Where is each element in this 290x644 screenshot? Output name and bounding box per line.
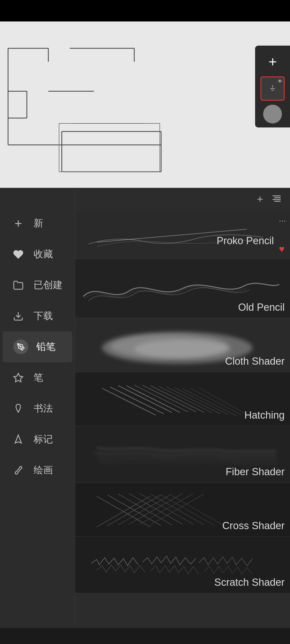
sidebar-label-marker: 标记	[34, 433, 53, 446]
brush-name-proko: Proko Pencil	[217, 235, 274, 247]
brush-list: + ··· ♥ Proko Pencil	[75, 188, 290, 644]
add-layer-button[interactable]	[260, 50, 285, 74]
sidebar-item-marker[interactable]: 标记	[0, 424, 75, 455]
calligraphy-icon	[11, 401, 26, 416]
brush-sidebar: 新 收藏 已创建	[0, 188, 75, 644]
sort-brush-button[interactable]	[271, 193, 282, 206]
brush-thumb-old-pencil: Old Pencil	[75, 259, 290, 318]
brush-item-cloth-shader[interactable]: Cloth Shader	[75, 318, 290, 372]
brush-list-header: +	[75, 188, 290, 212]
svg-line-40	[102, 388, 156, 415]
brush-panel: 新 收藏 已创建	[0, 188, 290, 644]
brush-item-fiber-shader[interactable]: Fiber Shader	[75, 426, 290, 483]
folder-icon	[11, 278, 26, 292]
brush-item-cross-shader[interactable]: Cross Shader	[75, 483, 290, 537]
svg-marker-31	[14, 373, 23, 382]
pen-icon	[11, 370, 26, 385]
layer-thumbnail-selected[interactable]: 👁	[260, 76, 285, 101]
brush-item-old-pencil[interactable]: Old Pencil	[75, 259, 290, 318]
more-options-icon[interactable]: ···	[279, 216, 286, 226]
sidebar-label-download: 下载	[34, 309, 53, 323]
download-icon	[11, 309, 26, 323]
painting-icon	[11, 463, 26, 478]
sidebar-item-favorites[interactable]: 收藏	[0, 239, 75, 270]
svg-line-44	[134, 385, 188, 412]
svg-point-30	[20, 346, 21, 347]
brush-name-hatching: Hatching	[244, 409, 285, 421]
brush-item-proko-pencil[interactable]: ··· ♥ Proko Pencil	[75, 212, 290, 259]
canvas-area[interactable]	[0, 21, 290, 188]
sidebar-item-created[interactable]: 已创建	[0, 270, 75, 301]
brush-thumb-scratch: Scratch Shader	[75, 537, 290, 593]
add-brush-button[interactable]: +	[257, 193, 263, 206]
brush-thumb-proko: ··· ♥ Proko Pencil	[75, 212, 290, 259]
brush-thumb-cross: Cross Shader	[75, 483, 290, 536]
sidebar-label-favorites: 收藏	[34, 248, 53, 261]
brush-item-scratch-shader[interactable]: Scratch Shader	[75, 537, 290, 593]
brush-item-hatching[interactable]: Hatching	[75, 372, 290, 426]
color-picker[interactable]	[263, 105, 282, 123]
sidebar-item-pen[interactable]: 笔	[0, 362, 75, 393]
marker-icon	[11, 432, 26, 447]
new-icon	[11, 216, 26, 231]
sidebar-label-painting: 绘画	[34, 464, 53, 477]
sidebar-label-new: 新	[34, 217, 43, 230]
brush-name-fiber: Fiber Shader	[226, 466, 285, 478]
sidebar-item-painting[interactable]: 绘画	[0, 455, 75, 486]
brush-name-cross: Cross Shader	[222, 520, 285, 532]
pencil-circle-icon	[13, 339, 28, 354]
bottom-bar	[0, 628, 290, 644]
sidebar-label-created: 已创建	[34, 279, 63, 292]
svg-rect-20	[59, 123, 160, 172]
status-bar	[0, 0, 290, 21]
brush-thumb-fiber: Fiber Shader	[75, 426, 290, 482]
brush-thumb-cloth: Cloth Shader	[75, 318, 290, 372]
sidebar-item-new[interactable]: 新	[0, 208, 75, 239]
brush-name-old-pencil: Old Pencil	[238, 302, 285, 313]
brush-name-scratch: Scratch Shader	[214, 577, 285, 588]
heart-icon	[11, 247, 26, 262]
sidebar-label-pen: 笔	[34, 371, 43, 384]
right-panel: 👁	[255, 46, 290, 127]
svg-marker-32	[15, 435, 21, 443]
sidebar-label-pencil: 铅笔	[36, 340, 56, 353]
visibility-icon: 👁	[278, 79, 282, 84]
svg-line-46	[150, 386, 204, 412]
svg-line-52	[199, 388, 247, 415]
sidebar-item-pencil[interactable]: 铅笔	[3, 331, 72, 362]
svg-line-42	[118, 386, 172, 412]
svg-line-45	[142, 385, 196, 412]
sidebar-label-calligraphy: 书法	[34, 402, 53, 415]
svg-line-49	[175, 388, 228, 415]
svg-line-51	[191, 388, 242, 415]
brush-thumb-hatching: Hatching	[75, 372, 290, 426]
favorite-icon[interactable]: ♥	[279, 243, 285, 255]
sidebar-item-calligraphy[interactable]: 书法	[0, 393, 75, 424]
sidebar-item-download[interactable]: 下载	[0, 301, 75, 331]
svg-point-39	[134, 340, 231, 358]
brush-name-cloth: Cloth Shader	[225, 356, 285, 367]
